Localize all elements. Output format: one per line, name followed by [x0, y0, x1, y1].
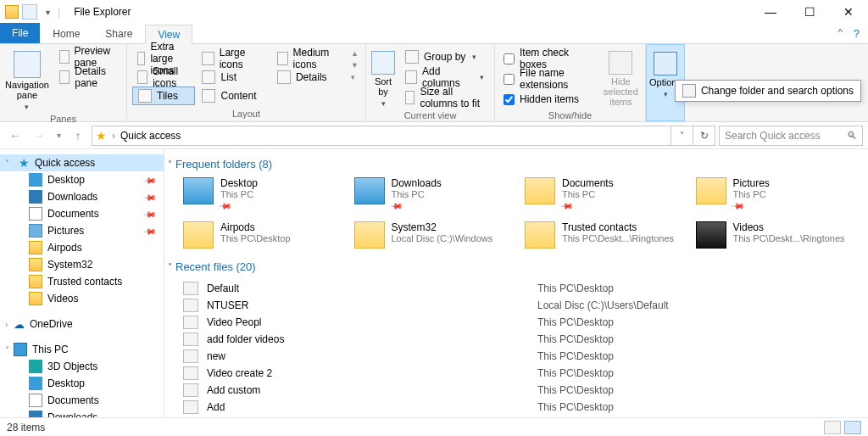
layout-large[interactable]: Large icons — [197, 49, 270, 68]
nav-item[interactable]: Videos — [0, 290, 164, 307]
nav-item[interactable]: System32 — [0, 256, 164, 273]
content-icon — [202, 89, 215, 103]
window-controls: — ☐ ✕ — [751, 0, 868, 24]
tab-share[interactable]: Share — [92, 24, 145, 43]
forward-button[interactable]: → — [29, 126, 49, 146]
nav-item[interactable]: Downloads📌 — [0, 188, 164, 205]
file-icon — [183, 400, 198, 414]
folder-tile[interactable]: DocumentsThis PC📌 — [525, 177, 689, 211]
tab-home[interactable]: Home — [40, 24, 92, 43]
tile-name: Desktop — [220, 177, 258, 189]
collapse-icon[interactable]: ˅ — [168, 159, 172, 169]
refresh-button[interactable]: ↻ — [693, 126, 715, 146]
layout-scroll-down-icon[interactable]: ▼ — [351, 61, 359, 70]
options-icon — [654, 52, 677, 75]
layout-tiles[interactable]: Tiles — [132, 87, 195, 105]
tiles-view-button[interactable] — [844, 421, 861, 434]
layout-expand-icon[interactable]: ▾ — [351, 73, 359, 81]
file-extensions-toggle[interactable]: File name extensions — [500, 70, 597, 88]
folder-tile[interactable]: System32Local Disc (C:)\Windows — [354, 221, 519, 249]
ribbon-tabs: File Home Share View ^ ? — [0, 24, 868, 44]
folder-tile[interactable]: VideosThis PC\Deskt...\Ringtones — [696, 221, 860, 249]
nav-item[interactable]: Documents — [0, 392, 164, 409]
folder-tile[interactable]: DesktopThis PC📌 — [183, 177, 348, 211]
nav-item[interactable]: Airpods — [0, 239, 164, 256]
item-checkboxes-toggle[interactable]: Item check boxes — [500, 49, 597, 68]
address-dropdown-button[interactable]: ˅ — [671, 126, 693, 146]
folder-tile[interactable]: PicturesThis PC📌 — [696, 177, 860, 211]
file-icon — [183, 333, 198, 346]
add-columns-button[interactable]: Add columns▾ — [400, 68, 489, 87]
collapse-icon[interactable]: ˅ — [168, 262, 172, 271]
search-box[interactable]: Search Quick access 🔍︎ — [719, 126, 863, 146]
folder-icon — [696, 221, 726, 249]
back-button[interactable]: ← — [5, 126, 25, 146]
details-pane-button[interactable]: Details pane — [54, 68, 121, 87]
pin-icon: 📌 — [143, 224, 157, 238]
file-row[interactable]: Video 1This PC\Desktop — [183, 416, 860, 417]
pin-icon: 📌 — [731, 198, 744, 212]
qat-dropdown-icon[interactable]: ▾ — [41, 5, 54, 19]
file-location: This PC\Desktop — [537, 350, 614, 362]
preview-pane-button[interactable]: Preview pane — [54, 48, 121, 66]
expander-icon[interactable]: ˅ — [5, 159, 9, 168]
nav-this-pc[interactable]: ˅ This PC — [0, 341, 164, 358]
group-layout-label: Layout — [127, 107, 365, 121]
options-tooltip: Change folder and search options — [675, 80, 861, 102]
file-row[interactable]: Video create 2This PC\Desktop — [183, 365, 860, 382]
file-row[interactable]: add folder videosThis PC\Desktop — [183, 331, 860, 348]
layout-scroll-up-icon[interactable]: ▲ — [351, 49, 359, 58]
file-row[interactable]: Add customThis PC\Desktop — [183, 382, 860, 399]
nav-item[interactable]: Desktop📌 — [0, 171, 164, 188]
navigation-pane-button[interactable]: Navigation pane ▾ — [5, 48, 49, 112]
pin-icon: 📌 — [389, 198, 403, 212]
up-button[interactable]: ↑ — [68, 126, 88, 146]
expander-icon[interactable]: › — [5, 320, 8, 329]
ribbon-collapse-icon[interactable]: ^ — [838, 27, 843, 37]
folder-tile[interactable]: Trusted contactsThis PC\Deskt...\Rington… — [525, 221, 689, 249]
nav-item[interactable]: 3D Objects — [0, 358, 164, 375]
file-row[interactable]: Video PeoplThis PC\Desktop — [183, 314, 860, 331]
address-bar[interactable]: ★ › Quick access — [92, 126, 671, 146]
folder-icon — [29, 224, 42, 238]
expander-icon[interactable]: ˅ — [5, 345, 9, 355]
nav-item[interactable]: Pictures📌 — [0, 222, 164, 239]
hidden-items-toggle[interactable]: Hidden items — [500, 90, 597, 109]
layout-small[interactable]: Small icons — [132, 68, 195, 87]
file-row[interactable]: newThis PC\Desktop — [183, 348, 860, 365]
group-by-button[interactable]: Group by▾ — [400, 48, 489, 66]
hide-selected-button[interactable]: Hide selected items — [602, 48, 640, 107]
navigation-pane[interactable]: ˅ ★ Quick access Desktop📌Downloads📌Docum… — [0, 149, 164, 417]
nav-quick-access[interactable]: ˅ ★ Quick access — [0, 154, 164, 171]
nav-onedrive[interactable]: › ☁ OneDrive — [0, 316, 164, 333]
file-row[interactable]: AddThis PC\Desktop — [183, 399, 860, 416]
details-view-button[interactable] — [824, 421, 841, 434]
fit-columns-button[interactable]: Size all columns to fit — [400, 88, 489, 107]
tab-file[interactable]: File — [0, 23, 40, 43]
file-row[interactable]: NTUSERLocal Disc (C:)\Users\Default — [183, 297, 860, 314]
layout-medium[interactable]: Medium icons — [272, 49, 346, 68]
app-icon — [5, 5, 19, 19]
nav-item[interactable]: Trusted contacts — [0, 273, 164, 290]
nav-item[interactable]: Desktop — [0, 375, 164, 392]
folder-tile[interactable]: DownloadsThis PC📌 — [354, 177, 519, 211]
layout-details[interactable]: Details — [272, 68, 346, 87]
qat-item[interactable] — [22, 4, 37, 20]
content-pane[interactable]: ˅ Frequent folders (8) DesktopThis PC📌Do… — [164, 149, 868, 417]
minimize-button[interactable]: — — [751, 0, 790, 24]
layout-content[interactable]: Content — [197, 87, 270, 105]
layout-list[interactable]: List — [197, 68, 270, 87]
folder-tile[interactable]: AirpodsThis PC\Desktop — [183, 221, 348, 249]
maximize-button[interactable]: ☐ — [790, 0, 829, 24]
nav-item[interactable]: Downloads — [0, 409, 164, 417]
frequent-folders-header[interactable]: ˅ Frequent folders (8) — [168, 158, 860, 170]
tile-name: Videos — [733, 221, 845, 233]
recent-locations-button[interactable]: ▾ — [53, 126, 64, 146]
close-button[interactable]: ✕ — [829, 0, 868, 24]
nav-item[interactable]: Documents📌 — [0, 205, 164, 222]
file-row[interactable]: DefaultThis PC\Desktop — [183, 280, 860, 297]
tile-info: This PC\Desktop — [220, 233, 291, 243]
help-icon[interactable]: ? — [854, 27, 860, 40]
sort-by-button[interactable]: Sort by ▾ — [371, 48, 395, 109]
recent-files-header[interactable]: ˅ Recent files (20) — [168, 260, 860, 273]
